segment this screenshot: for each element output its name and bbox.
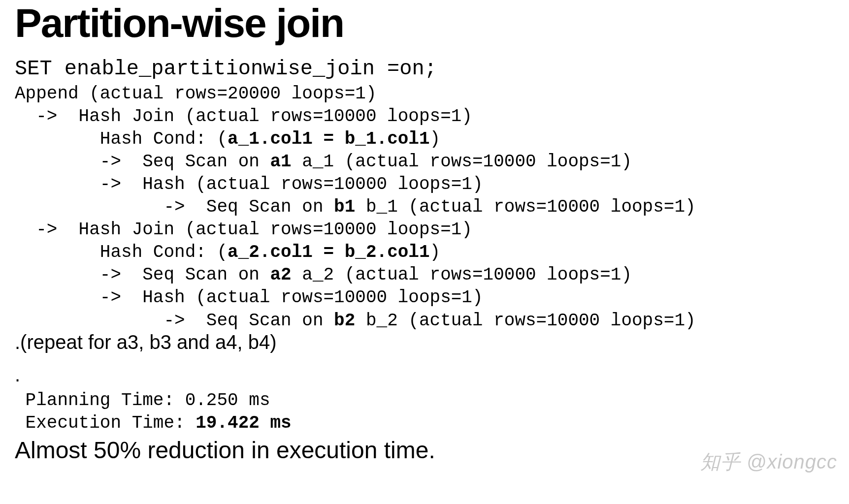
seqscan-b1-post: b_1 (actual rows=10000 loops=1) — [355, 197, 695, 217]
plan-hashcond-2: Hash Cond: (a_2.col1 = b_2.col1) — [15, 241, 834, 264]
execution-time-bold: 19.422 ms — [196, 413, 291, 433]
planning-time: Planning Time: 0.250 ms — [15, 389, 834, 412]
execution-time-pre: Execution Time: — [15, 413, 196, 433]
plan-hash-2: -> Hash (actual rows=10000 loops=1) — [15, 286, 834, 309]
seqscan-a1-post: a_1 (actual rows=10000 loops=1) — [292, 152, 632, 172]
seqscan-b1-bold: b1 — [334, 197, 355, 217]
hashcond-2-bold: a_2.col1 = b_2.col1 — [228, 242, 429, 262]
plan-hashjoin-2: -> Hash Join (actual rows=10000 loops=1) — [15, 219, 834, 241]
plan-hash-1: -> Hash (actual rows=10000 loops=1) — [15, 173, 834, 196]
plan-hashjoin-1: -> Hash Join (actual rows=10000 loops=1) — [15, 105, 834, 128]
seqscan-b2-bold: b2 — [334, 311, 355, 331]
slide-title: Partition-wise join — [15, 0, 834, 46]
seqscan-a2-pre: -> Seq Scan on — [15, 265, 270, 285]
seqscan-a2-bold: a2 — [270, 265, 291, 285]
seqscan-a1-pre: -> Seq Scan on — [15, 152, 270, 172]
seqscan-a2-post: a_2 (actual rows=10000 loops=1) — [292, 265, 632, 285]
plan-append: Append (actual rows=20000 loops=1) — [15, 83, 834, 105]
seqscan-b2-post: b_2 (actual rows=10000 loops=1) — [355, 311, 695, 331]
hashcond-2-post: ) — [430, 242, 441, 262]
dot-line: . — [15, 363, 834, 386]
hashcond-1-bold: a_1.col1 = b_1.col1 — [228, 129, 429, 149]
hashcond-2-pre: Hash Cond: ( — [15, 242, 228, 262]
seqscan-b1-pre: -> Seq Scan on — [15, 197, 334, 217]
repeat-note: .(repeat for a3, b3 and a4, b4) — [15, 330, 834, 354]
plan-hashcond-1: Hash Cond: (a_1.col1 = b_1.col1) — [15, 128, 834, 151]
plan-seqscan-a1: -> Seq Scan on a1 a_1 (actual rows=10000… — [15, 151, 834, 173]
seqscan-b2-pre: -> Seq Scan on — [15, 311, 334, 331]
watermark: 知乎 @xiongcc — [700, 448, 837, 475]
hashcond-1-pre: Hash Cond: ( — [15, 129, 228, 149]
set-statement: SET enable_partitionwise_join =on; — [15, 56, 834, 83]
plan-seqscan-b1: -> Seq Scan on b1 b_1 (actual rows=10000… — [15, 196, 834, 219]
plan-seqscan-b2: -> Seq Scan on b2 b_2 (actual rows=10000… — [15, 310, 834, 332]
execution-time: Execution Time: 19.422 ms — [15, 412, 834, 435]
seqscan-a1-bold: a1 — [270, 152, 291, 172]
hashcond-1-post: ) — [430, 129, 441, 149]
plan-seqscan-a2: -> Seq Scan on a2 a_2 (actual rows=10000… — [15, 264, 834, 286]
